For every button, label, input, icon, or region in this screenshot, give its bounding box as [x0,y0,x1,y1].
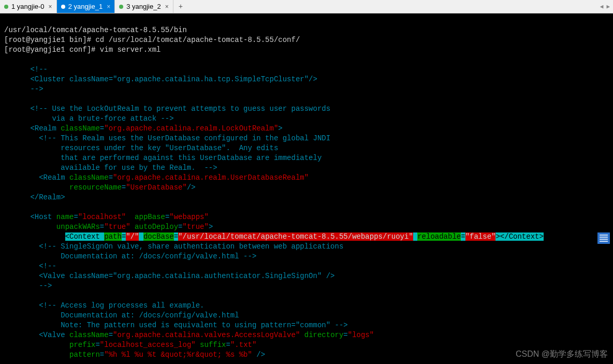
prompt: [root@yangjie1 conf]# [4,46,100,54]
xml-attr: autoDeploy [135,223,178,231]
xml-comment: that are performed against this UserData… [4,154,322,162]
xml-attr: appBase [135,213,165,221]
xml-val: "true" [104,223,130,231]
xml-comment: <Valve className="org.apache.catalina.au… [4,272,335,280]
tab-yangjie-0[interactable]: 1 yangjie-0 × [0,0,57,13]
xml-val: "org.apache.catalina.valves.AccessLogVal… [113,331,300,339]
xml-comment: --> [4,282,52,290]
path-line: /usr/local/tomcat/apache-tomcat-8.5.55/b… [4,26,187,34]
xml-comment: Documentation at: /docs/config/valve.htm… [4,252,256,260]
nav-arrows: ◀ ▶ [599,0,611,13]
next-tab-icon[interactable]: ▶ [605,2,611,11]
xml-val: "webapps" [169,213,209,221]
xml-comment: <!-- This Realm uses the UserDatabase co… [4,134,330,142]
xml-val: "UserDatabase" [126,183,187,192]
xml-val: "/" [126,232,139,241]
tab-label: 2 yangjie_1 [68,3,103,10]
xml-comment: via a brute-force attack --> [4,114,174,123]
xml-attr: className [61,124,100,133]
xml-val: "false" [465,232,496,241]
xml-attr: unpackWARs [56,223,100,231]
xml-val: "org.apache.catalina.realm.LockOutRealm" [104,124,278,133]
xml-attr: prefix [69,341,95,349]
xml-end-tag: ></Context> [495,232,543,241]
xml-attr: name [56,213,74,221]
command: vim server.xml [100,46,161,54]
xml-val: "org.apache.catalina.realm.UserDatabaseR… [113,173,309,182]
status-dot-icon [61,5,65,9]
xml-tag: <Realm [4,124,61,133]
xml-comment: <!-- SingleSignOn valve, share authentic… [4,242,343,251]
xml-val: "/usr/local/tomcat/apache-tomcat-8.5.55/… [178,232,413,241]
xml-tag: <Realm [4,173,69,182]
xml-attr: reloadable [417,232,461,241]
xml-comment: Documentation at: /docs/config/valve.htm… [4,311,239,319]
close-icon[interactable]: × [165,3,169,10]
xml-val: "logs" [348,331,374,339]
status-dot-icon [4,5,8,9]
xml-attr: className [69,331,109,339]
terminal[interactable]: /usr/local/tomcat/apache-tomcat-8.5.55/b… [0,13,613,364]
xml-attr: suffix [200,341,226,349]
command: cd /usr/local/tomcat/apache-tomcat-8.5.5… [95,36,300,44]
tab-yangjie-2[interactable]: 3 yangjie_2 × [115,0,173,13]
add-tab-button[interactable]: + [173,0,188,13]
xml-end-tag: </Realm> [4,193,65,201]
tab-yangjie-1[interactable]: 2 yangjie_1 × [57,0,115,13]
close-icon[interactable]: × [107,3,110,10]
xml-attr: directory [304,331,344,339]
xml-comment: <!-- [4,65,48,74]
xml-attr: resourceName [69,183,122,192]
close-icon[interactable]: × [49,3,52,10]
xml-comment: available for use by the Realm. --> [4,164,217,172]
xml-val: ".txt" [230,341,256,349]
xml-attr: docBase [143,232,174,241]
xml-val: "%h %l %u %t &quot;%r&quot; %s %b" [104,351,252,359]
xml-attr: path [104,232,122,241]
xml-comment: --> [4,85,43,93]
prev-tab-icon[interactable]: ◀ [599,2,605,11]
xml-attr: className [69,173,109,182]
xml-attr: pattern [69,351,100,359]
xml-comment: <!-- [4,262,56,270]
xml-comment: <Cluster className="org.apache.catalina.… [4,75,317,83]
xml-comment: Note: The pattern used is equivalent to … [4,321,348,329]
xml-tag: <Host [4,213,56,221]
tab-bar: 1 yangjie-0 × 2 yangjie_1 × 3 yangjie_2 … [0,0,613,13]
prompt: [root@yangjie1 bin]# [4,36,95,44]
tab-label: 1 yangjie-0 [11,3,45,10]
xml-comment: <!-- Access log processes all example. [4,301,204,310]
xml-val: "true" [183,223,209,231]
tab-label: 3 yangjie_2 [126,3,161,10]
xml-tag: <Valve [4,331,69,339]
highlighted-context-tag: <Context [65,232,105,241]
scrollbar-thumb-icon[interactable] [597,232,610,244]
xml-val: "localhost" [78,213,126,221]
xml-comment: resources under the key "UserDatabase". … [4,144,278,152]
xml-val: "localhost_access_log" [100,341,196,349]
status-dot-icon [119,5,123,9]
xml-comment: <!-- Use the LockOutRealm to prevent att… [4,105,330,113]
